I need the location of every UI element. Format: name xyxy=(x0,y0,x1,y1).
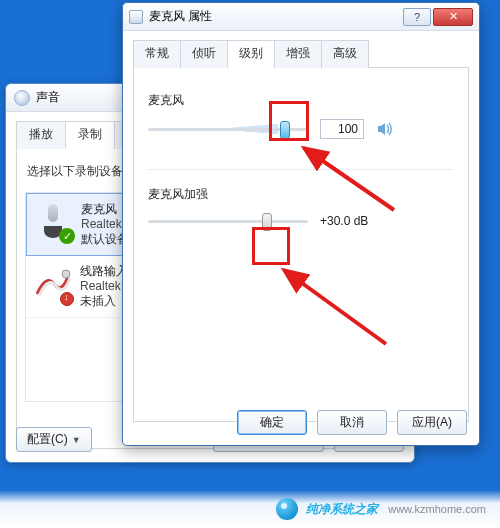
tab-advanced[interactable]: 高级 xyxy=(321,40,369,68)
microphone-icon: ✓ xyxy=(33,202,73,242)
apply-button[interactable]: 应用(A) xyxy=(397,410,467,435)
chevron-down-icon: ▼ xyxy=(72,435,81,445)
tab-general[interactable]: 常规 xyxy=(133,40,181,68)
annotation-arrow-2 xyxy=(266,264,396,357)
microphone-boost-value: +30.0 dB xyxy=(320,214,368,228)
help-button[interactable]: ? xyxy=(403,8,431,26)
microphone-properties-window: 麦克风 属性 ? ✕ 常规 侦听 级别 增强 高级 麦克风 100 xyxy=(122,2,480,446)
microphone-boost-label: 麦克风加强 xyxy=(148,186,454,203)
ok-button[interactable]: 确定 xyxy=(237,410,307,435)
watermark-brand: 纯净系统之家 xyxy=(306,501,378,518)
properties-titlebar[interactable]: 麦克风 属性 ? ✕ xyxy=(123,3,479,31)
sound-window-title: 声音 xyxy=(36,89,60,106)
watermark-url: www.kzmhome.com xyxy=(388,503,486,515)
annotation-highlight-1 xyxy=(269,101,309,141)
microphone-boost-row: +30.0 dB xyxy=(148,213,454,229)
tab-playback[interactable]: 播放 xyxy=(16,121,66,149)
properties-window-title: 麦克风 属性 xyxy=(149,8,212,25)
configure-button[interactable]: 配置(C)▼ xyxy=(16,427,92,452)
svg-point-0 xyxy=(62,270,70,278)
sound-window-icon xyxy=(14,90,30,106)
svg-line-2 xyxy=(284,270,386,344)
watermark-logo-icon xyxy=(276,498,298,520)
close-button[interactable]: ✕ xyxy=(433,8,473,26)
tab-listen[interactable]: 侦听 xyxy=(180,40,228,68)
annotation-arrow-1 xyxy=(284,140,404,223)
check-icon: ✓ xyxy=(59,228,75,244)
linein-icon xyxy=(32,264,72,304)
divider xyxy=(148,169,454,170)
properties-window-icon xyxy=(129,10,143,24)
levels-panel: 麦克风 100 麦克风加强 +30.0 dB xyxy=(133,68,469,422)
tab-recording[interactable]: 录制 xyxy=(65,121,115,149)
microphone-level-value[interactable]: 100 xyxy=(320,119,364,139)
annotation-highlight-2 xyxy=(252,227,290,265)
cancel-button[interactable]: 取消 xyxy=(317,410,387,435)
properties-tabs: 常规 侦听 级别 增强 高级 xyxy=(133,39,469,68)
speaker-icon[interactable] xyxy=(376,120,394,138)
watermark-bar: 纯净系统之家 www.kzmhome.com xyxy=(0,490,500,528)
tab-enhancements[interactable]: 增强 xyxy=(274,40,322,68)
unplugged-icon xyxy=(60,292,74,306)
tab-levels[interactable]: 级别 xyxy=(227,40,275,68)
properties-footer: 确定 取消 应用(A) xyxy=(135,410,467,435)
